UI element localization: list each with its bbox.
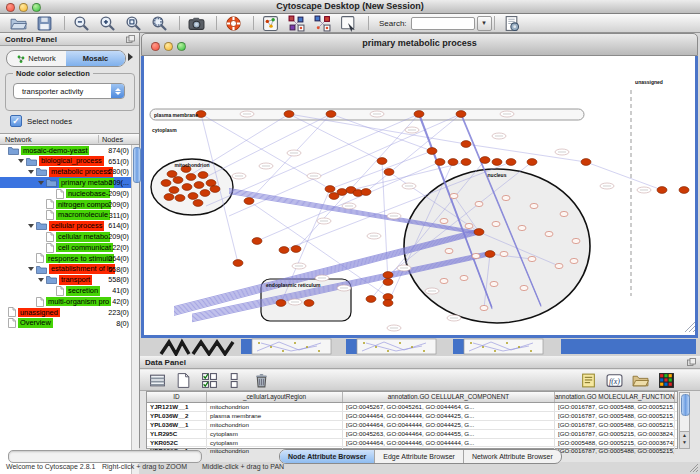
network-node-nucleus[interactable] xyxy=(460,275,468,280)
tab-network[interactable]: Network xyxy=(7,51,66,66)
network-node[interactable] xyxy=(461,141,471,148)
table-scrollbar-thumb[interactable] xyxy=(681,394,690,416)
table-row[interactable]: YPL036W__1mitochondrion[GO:0044464, GO:0… xyxy=(147,421,677,430)
tree-item-secretion[interactable]: secretion41(0) xyxy=(0,285,139,296)
network-node-nucleus[interactable] xyxy=(492,221,500,226)
resize-grip[interactable] xyxy=(688,462,698,472)
network-node-nucleus[interactable] xyxy=(480,305,488,310)
network-node[interactable] xyxy=(200,190,210,197)
expand-arrow-icon[interactable] xyxy=(38,181,44,185)
network-node[interactable] xyxy=(461,159,471,166)
region-plasma-membrane[interactable] xyxy=(150,109,584,120)
network-node[interactable] xyxy=(581,159,591,166)
network-node[interactable] xyxy=(361,189,371,196)
network-node[interactable] xyxy=(383,279,393,286)
table-cell[interactable]: plasma membrane xyxy=(207,412,343,420)
table-cell[interactable]: [GO:0044464, GO:0044444, GO:0044425, G..… xyxy=(343,412,555,420)
network-node-nucleus[interactable] xyxy=(518,225,526,230)
network-node[interactable] xyxy=(435,159,445,166)
network-edge[interactable] xyxy=(330,151,432,189)
search-input[interactable] xyxy=(411,17,475,30)
network-node-nucleus[interactable] xyxy=(440,278,448,283)
network-node[interactable] xyxy=(325,186,335,193)
network-node-nucleus[interactable] xyxy=(445,248,453,253)
zoom-in-icon[interactable] xyxy=(99,15,116,32)
table-cell[interactable]: [GO:0016787, GO:0005488, GO:0005215, G..… xyxy=(555,421,675,429)
table-row[interactable]: YLR295Ccytoplasm[GO:0045263, GO:0044464,… xyxy=(147,430,677,439)
open-session-icon[interactable] xyxy=(10,15,27,32)
zoom-out-icon[interactable] xyxy=(73,15,90,32)
network-node[interactable] xyxy=(252,238,262,245)
tree-item-metabolic-process[interactable]: metabolic process280(0) xyxy=(0,167,139,178)
network-node-nucleus[interactable] xyxy=(555,263,563,268)
table-cell[interactable]: [GO:0016787, GO:0005488, GO:0005215, G..… xyxy=(555,403,675,411)
network-node[interactable] xyxy=(169,187,179,194)
network-node[interactable] xyxy=(679,187,689,194)
select-nodes-checkbox[interactable]: ✓ xyxy=(10,115,22,127)
network-node-nucleus[interactable] xyxy=(502,195,510,200)
network-node[interactable] xyxy=(167,171,177,178)
network-node[interactable] xyxy=(182,184,192,191)
network-node-nucleus[interactable] xyxy=(490,281,498,286)
network-node[interactable] xyxy=(244,198,254,205)
network-node-nucleus[interactable] xyxy=(545,231,553,236)
background-window-thumbnail[interactable] xyxy=(241,339,331,354)
table-cell[interactable]: YJR121W__1 xyxy=(147,403,207,411)
expand-arrow-icon[interactable] xyxy=(18,159,24,163)
tree-item-response-to-stimulu[interactable]: response to stimulu264(0) xyxy=(0,253,139,264)
tree-item-overview[interactable]: Overview8(0) xyxy=(0,318,139,329)
table-row[interactable]: YKR052Ccytoplasm[GO:0044464, GO:0044446,… xyxy=(147,439,677,448)
network-node[interactable] xyxy=(383,300,393,307)
overview-window-icon[interactable] xyxy=(262,15,279,32)
tree-item-multi-organism-pro[interactable]: multi-organism pro42(0) xyxy=(0,296,139,307)
load-attributes-icon[interactable] xyxy=(632,372,649,389)
save-session-icon[interactable] xyxy=(36,15,53,32)
expand-arrow-icon[interactable] xyxy=(38,278,44,282)
table-cell[interactable]: [GO:0044464, GO:0044446, GO:0044444, G..… xyxy=(343,439,555,447)
network-node[interactable] xyxy=(492,159,502,166)
float-data-panel-icon[interactable] xyxy=(687,358,696,366)
snapshot-icon[interactable] xyxy=(188,15,205,32)
network-node[interactable] xyxy=(329,193,339,200)
table-scrollbar-arrows[interactable]: ▲▼ xyxy=(680,431,689,448)
network-graph[interactable]: plasma membranecytoplasmmitochondrionnuc… xyxy=(144,56,695,335)
attribute-batch-icon[interactable] xyxy=(149,372,166,389)
table-cell[interactable]: [GO:0044464, GO:0044444, GO:0044425, G..… xyxy=(343,421,555,429)
column-divider[interactable] xyxy=(98,135,99,143)
tabs-overflow-button[interactable] xyxy=(128,53,133,61)
network-node[interactable] xyxy=(384,169,394,176)
network-node[interactable] xyxy=(366,296,376,303)
network-node-nucleus[interactable] xyxy=(520,285,528,290)
network-node[interactable] xyxy=(414,111,424,118)
network-node[interactable] xyxy=(210,186,220,193)
table-scrollbar[interactable]: ▲▼ xyxy=(679,392,690,449)
network-node[interactable] xyxy=(304,300,314,307)
network-node-nucleus[interactable] xyxy=(528,256,536,261)
table-cell[interactable]: mitochondrion xyxy=(207,421,343,429)
network-window-titlebar[interactable]: primary metabolic process xyxy=(141,33,698,56)
network-node[interactable] xyxy=(233,260,243,267)
network-node-nucleus[interactable] xyxy=(500,251,508,256)
table-cell[interactable]: mitochondrion xyxy=(207,403,343,411)
network-node[interactable] xyxy=(377,158,387,165)
select-all-attributes-icon[interactable] xyxy=(201,372,218,389)
tree-item-unassigned[interactable]: unassigned223(0) xyxy=(0,307,139,318)
layout-network-a-icon[interactable] xyxy=(288,15,305,32)
network-node-nucleus[interactable] xyxy=(440,218,448,223)
tree-scrollbar-thumb[interactable] xyxy=(133,147,141,183)
column-header-molecular-function[interactable]: annotation.GO MOLECULAR_FUNCTION xyxy=(555,392,675,402)
combobox-stepper-icon[interactable] xyxy=(111,84,124,98)
float-panel-icon[interactable] xyxy=(126,35,135,43)
color-matrix-icon[interactable] xyxy=(658,372,675,389)
background-window-thumbnail[interactable] xyxy=(346,339,436,354)
network-node-nucleus[interactable] xyxy=(465,223,473,228)
network-node-nucleus[interactable] xyxy=(530,203,538,208)
network-node[interactable] xyxy=(506,159,516,166)
table-cell[interactable]: [GO:0016787, GO:0005215, GO:0003824, G..… xyxy=(555,430,675,438)
table-cell[interactable]: cytoplasm xyxy=(207,430,343,438)
tree-item-nitrogen-compo[interactable]: nitrogen compo209(0) xyxy=(0,199,139,210)
new-attribute-icon[interactable] xyxy=(175,372,192,389)
table-cell[interactable]: [GO:0016787, GO:0005488, GO:0005215, G..… xyxy=(555,412,675,420)
tree-scrollbar[interactable] xyxy=(131,145,139,474)
network-node[interactable] xyxy=(527,159,537,166)
